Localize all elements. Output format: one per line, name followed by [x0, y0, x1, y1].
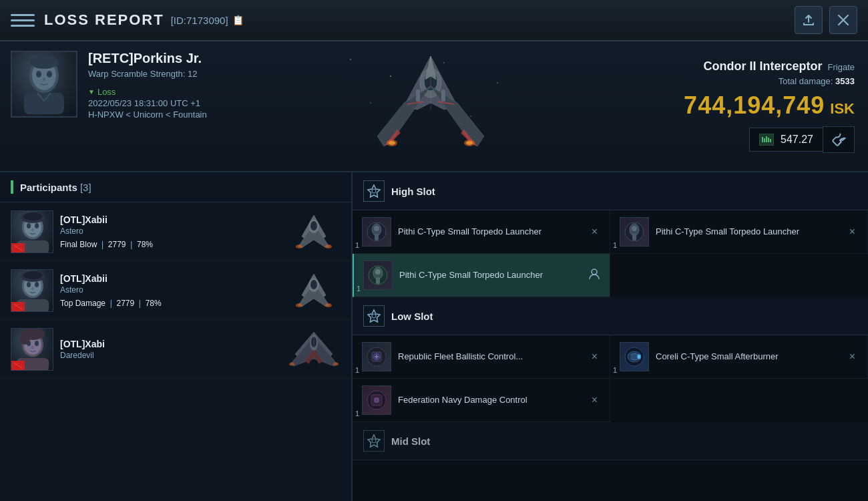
svg-point-21 [389, 141, 395, 145]
pilot-avatar [11, 51, 77, 118]
corp-badge [11, 361, 25, 370]
mid-slot-label: Mid Slot [391, 436, 430, 447]
slots-panel: High Slot 1 Pithi C-Type Small Torpedo L… [353, 172, 868, 501]
svg-point-74 [19, 331, 30, 345]
pilot-info: [RETC]Porkins Jr. Warp Scramble Strength… [88, 41, 207, 171]
slot-item-name: Coreli C-Type Small Afterburner [656, 351, 840, 363]
close-button[interactable] [829, 6, 857, 34]
participant-details: [OTL]Xabii Astero Final Blow | 2779 | 78… [53, 214, 287, 249]
svg-point-100 [592, 269, 597, 275]
svg-point-7 [350, 59, 351, 60]
svg-rect-26 [416, 90, 420, 102]
svg-point-99 [375, 269, 381, 275]
slot-item[interactable]: 1 Pithi C-Type Small Torpedo Launcher × [610, 210, 868, 254]
mid-slot-header: Mid Slot [353, 422, 868, 460]
slot-item-icon [362, 342, 391, 371]
high-slot-icon [363, 180, 385, 202]
ship-image-area [207, 41, 654, 171]
slot-item-name: Pithi C-Type Small Torpedo Launcher [398, 226, 582, 238]
header-accent-bar [11, 180, 13, 194]
svg-point-40 [31, 228, 34, 231]
svg-point-23 [466, 141, 473, 145]
svg-rect-98 [376, 277, 380, 284]
slot-item-qty: 1 [355, 241, 359, 249]
svg-point-38 [27, 223, 31, 228]
participant-name: [OTL]Xabii [60, 214, 280, 225]
svg-point-65 [310, 280, 317, 289]
svg-point-2 [36, 71, 41, 77]
svg-point-49 [310, 221, 317, 230]
svg-marker-17 [431, 86, 484, 146]
slot-item-qty: 1 [355, 409, 359, 418]
pilot-name: [RETC]Porkins Jr. [88, 51, 207, 66]
slot-item-close-button[interactable]: × [589, 224, 600, 239]
person-icon [588, 268, 600, 283]
low-slot-icon [363, 305, 385, 327]
svg-point-84 [333, 363, 339, 366]
svg-rect-94 [632, 234, 636, 240]
slot-item-icon [363, 261, 393, 290]
menu-button[interactable] [11, 8, 35, 32]
svg-point-56 [31, 287, 34, 290]
participants-count: [3] [80, 182, 91, 193]
participant-ship-image [287, 271, 341, 311]
svg-rect-34 [768, 138, 769, 142]
svg-point-87 [372, 189, 376, 193]
svg-point-4 [43, 77, 45, 81]
mid-slot-icon [363, 430, 385, 452]
slot-item-close-button[interactable]: × [847, 349, 858, 364]
ship-efficiency-row: 547.27 [749, 126, 855, 153]
participant-row[interactable]: [OTL]Xabii Astero Top Damage | 2779 | 78… [0, 261, 351, 320]
slot-item[interactable]: 1 Pithi C-Type Small Torpedo Launcher × [353, 210, 610, 254]
high-slot-items: 1 Pithi C-Type Small Torpedo Launcher × … [353, 210, 868, 297]
svg-point-51 [296, 244, 302, 248]
slot-item-name: Pithi C-Type Small Torpedo Launcher [399, 270, 582, 281]
svg-point-43 [23, 212, 42, 220]
participant-row[interactable]: [OTL]Xabi Daredevil [0, 320, 351, 379]
participant-ship-image [287, 329, 341, 369]
page-title: LOSS REPORT [44, 11, 164, 29]
participant-ship: Daredevil [60, 351, 280, 360]
pilot-bar: [RETC]Porkins Jr. Warp Scramble Strength… [0, 41, 868, 172]
efficiency-icon [759, 134, 774, 146]
svg-rect-121 [375, 398, 379, 402]
pilot-location: H-NPXW < Unicorn < Fountain [88, 110, 207, 120]
slot-item-qty: 1 [357, 285, 361, 293]
slot-item-close-button[interactable]: × [847, 224, 858, 239]
participant-name: [OTL]Xabii [60, 273, 280, 284]
ship-isk-line: 744,194,749 ISK [684, 86, 855, 120]
report-id: [ID:7173090] [171, 15, 228, 26]
export-button[interactable] [795, 6, 823, 34]
wrench-button[interactable] [823, 126, 855, 153]
slot-item[interactable]: 1 Coreli C-Type Small Afterburner [610, 335, 868, 379]
pilot-datetime: 2022/05/23 18:31:00 UTC +1 [88, 98, 207, 108]
slot-item-close-button[interactable]: × [589, 393, 600, 407]
high-slot-header: High Slot [353, 172, 868, 210]
ship-name-line: Condor II Interceptor Frigate [704, 59, 855, 73]
participant-avatar [11, 269, 53, 312]
svg-point-12 [470, 116, 471, 117]
svg-point-101 [372, 314, 376, 318]
svg-point-112 [628, 354, 631, 359]
ship-damage-line: Total damage: 3533 [779, 76, 855, 86]
low-slot-label: Low Slot [391, 311, 433, 322]
svg-point-39 [35, 223, 39, 228]
pilot-warp-scramble: Warp Scramble Strength: 12 [88, 69, 207, 79]
svg-point-3 [47, 71, 52, 77]
svg-rect-35 [770, 139, 771, 142]
svg-point-95 [632, 226, 637, 231]
slot-item-icon [620, 217, 649, 246]
slot-item-highlighted[interactable]: 1 Pithi C-Type Small Torpedo Launcher [353, 254, 610, 297]
slot-item-icon [620, 342, 649, 371]
copy-icon[interactable]: 📋 [232, 15, 244, 25]
low-slot-items: 1 Republic Fleet Ballistic Control... × … [353, 335, 868, 422]
participants-header: Participants [3] [0, 172, 351, 202]
corp-badge [11, 243, 25, 253]
participants-title: Participants [20, 182, 77, 193]
svg-point-67 [296, 303, 302, 307]
slot-item-close-button[interactable]: × [589, 349, 600, 364]
participant-row[interactable]: [OTL]Xabii Astero Final Blow | 2779 | 78… [0, 202, 351, 261]
slot-item[interactable]: 1 Republic Fleet Ballistic Control... × [353, 335, 610, 379]
slot-item[interactable]: 1 [353, 379, 610, 422]
svg-point-111 [638, 355, 640, 359]
